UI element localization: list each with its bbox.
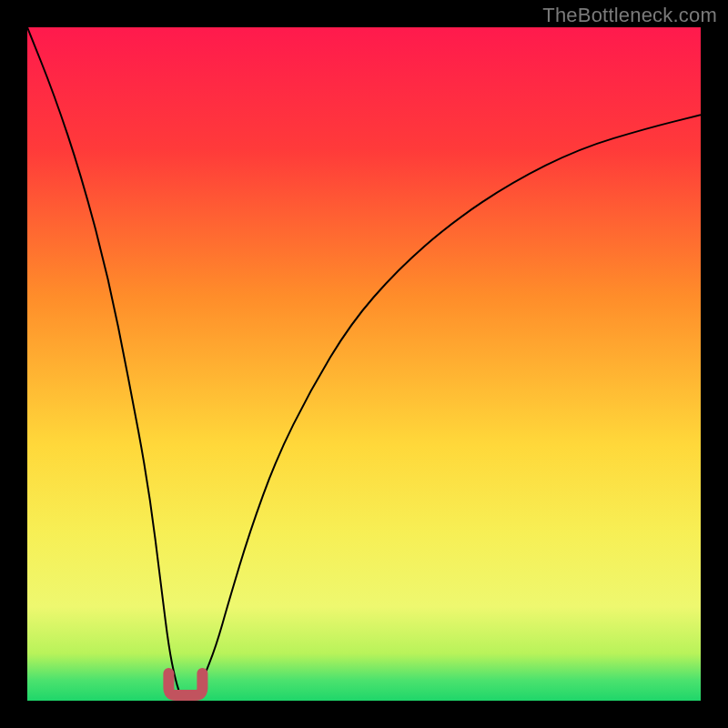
attribution-text: TheBottleneck.com	[542, 4, 717, 27]
bottleneck-curve	[27, 27, 701, 701]
curve-layer	[27, 27, 701, 701]
minimum-marker	[168, 673, 202, 695]
chart-frame: TheBottleneck.com	[0, 0, 728, 728]
plot-area	[27, 27, 701, 701]
